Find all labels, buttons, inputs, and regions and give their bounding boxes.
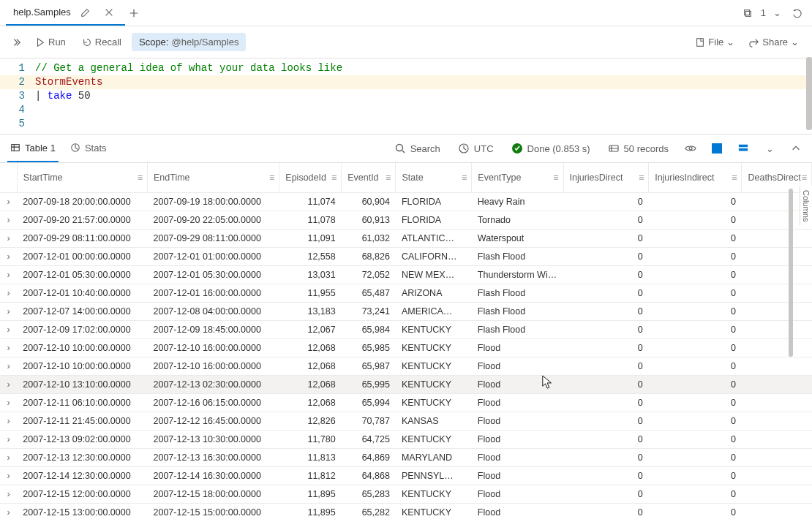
column-header[interactable]: EventId≡ [342,163,396,192]
chevron-down-icon[interactable]: ⌄ [770,7,784,18]
edit-icon[interactable] [77,4,94,21]
vertical-scrollbar[interactable] [789,189,794,408]
table-cell: Heavy Rain [472,192,563,211]
table-row[interactable]: ›2007-12-01 05:30:00.00002007-12-01 05:3… [0,265,812,284]
expand-row-icon[interactable]: › [7,306,10,317]
hamburger-icon[interactable]: ≡ [269,173,274,183]
undo-icon[interactable] [789,4,806,22]
table-row[interactable]: ›2007-09-20 21:57:00.00002007-09-20 22:0… [0,211,812,229]
run-button[interactable]: Run [29,34,72,50]
table-row[interactable]: ›2007-12-13 09:02:00.00002007-12-13 10:3… [0,430,812,448]
expand-row-icon[interactable]: › [7,471,10,481]
expand-row-icon[interactable]: › [7,507,10,518]
table-row[interactable]: ›2007-12-14 12:30:00.00002007-12-14 16:3… [0,466,812,485]
scope-pill[interactable]: Scope: @help/Samples [132,33,246,51]
hamburger-icon[interactable]: ≡ [553,173,558,183]
column-header[interactable]: StartTime≡ [17,163,147,192]
table-cell: 11,091 [279,229,342,247]
column-header[interactable]: InjuriesIndirect≡ [649,163,742,192]
collapse-icon[interactable] [787,140,805,157]
expand-row-icon[interactable]: › [7,233,10,243]
chevron-down-icon[interactable]: ⌄ [761,140,778,157]
table-cell [742,265,812,284]
utc-button[interactable]: UTC [454,143,498,154]
expand-row-icon[interactable]: › [7,379,10,390]
hamburger-icon[interactable]: ≡ [331,173,337,183]
expand-row-icon[interactable]: › [7,215,10,225]
table-row[interactable]: ›2007-12-10 10:00:00.00002007-12-10 16:0… [0,338,812,357]
add-tab-icon[interactable] [125,4,143,22]
table-row[interactable]: ›2007-09-29 08:11:00.00002007-09-29 08:1… [0,229,812,247]
table-row[interactable]: ›2007-12-10 13:10:00.00002007-12-13 02:3… [0,375,812,393]
tab-active[interactable]: help.Samples [6,0,125,26]
expand-row-icon[interactable]: › [7,270,10,280]
hamburger-icon[interactable]: ≡ [386,173,391,183]
table-row[interactable]: ›2007-12-01 00:00:00.00002007-12-01 01:0… [0,247,812,265]
code-editor[interactable]: 1// Get a general idea of what your data… [0,58,812,134]
tab-title: help.Samples [13,7,71,18]
table-row[interactable]: ›2007-12-09 17:02:00.00002007-12-09 18:4… [0,320,812,338]
layout-icon[interactable] [734,140,752,157]
search-button[interactable]: Search [390,143,445,154]
table-row[interactable]: ›2007-12-13 12:30:00.00002007-12-13 16:3… [0,448,812,466]
table-row[interactable]: ›2007-12-11 21:45:00.00002007-12-12 16:4… [0,412,812,430]
table-row[interactable]: ›2007-12-15 12:00:00.00002007-12-15 18:0… [0,485,812,503]
column-header[interactable]: InjuriesDirect≡ [563,163,649,192]
expand-row-icon[interactable]: › [7,434,10,444]
table-cell: 0 [649,247,742,265]
close-icon[interactable] [100,4,118,21]
column-header[interactable]: EndTime≡ [148,163,279,192]
color-mode-icon[interactable] [708,140,726,157]
hamburger-icon[interactable]: ≡ [639,173,644,183]
hamburger-icon[interactable]: ≡ [732,173,737,183]
table-cell: 12,558 [279,247,342,265]
eye-icon[interactable] [682,140,699,157]
hamburger-icon[interactable]: ≡ [462,173,467,183]
expand-row-icon[interactable]: › [7,452,10,463]
expand-row-icon[interactable]: › [7,197,10,207]
editor-line[interactable]: 3| take 50 [0,89,812,103]
hamburger-icon[interactable]: ≡ [138,173,143,183]
columns-panel-tab[interactable]: Columns [800,186,812,226]
editor-line[interactable]: 5 [0,117,812,131]
table-cell: 61,032 [342,229,396,247]
tab-table[interactable]: Table 1 [7,135,59,162]
expand-row-icon[interactable]: › [7,361,10,371]
expand-icon[interactable] [7,34,25,51]
hamburger-icon[interactable]: ≡ [802,173,807,183]
table-row[interactable]: ›2007-09-18 20:00:00.00002007-09-19 18:0… [0,192,812,211]
table-cell: 2007-12-11 06:10:00.0000 [17,393,147,412]
table-row[interactable]: ›2007-12-15 13:00:00.00002007-12-15 15:0… [0,503,812,519]
column-header[interactable]: EventType≡ [472,163,563,192]
editor-line[interactable]: 2StormEvents [0,75,812,89]
expand-row-icon[interactable]: › [7,398,10,408]
expand-row-icon[interactable]: › [7,416,10,426]
table-cell: 2007-09-29 08:11:00.0000 [148,229,279,247]
tab-stats[interactable]: Stats [67,135,110,162]
table-cell: 0 [563,357,649,375]
table-cell: MARYLAND [396,448,472,466]
column-header[interactable]: State≡ [396,163,472,192]
table-row[interactable]: ›2007-12-11 06:10:00.00002007-12-16 06:1… [0,393,812,412]
expand-row-icon[interactable]: › [7,343,10,353]
expand-row-icon[interactable]: › [7,489,10,499]
table-cell: 12,067 [279,320,342,338]
share-button[interactable]: Share ⌄ [743,34,805,50]
table-cell: 2007-12-13 16:30:00.0000 [148,448,279,466]
expand-row-icon[interactable]: › [7,325,10,335]
file-button[interactable]: File ⌄ [689,34,740,50]
copy-icon[interactable] [739,4,756,22]
table-cell: 0 [649,265,742,284]
minimap-scrollbar[interactable] [806,57,812,130]
expand-row-icon[interactable]: › [7,251,10,262]
editor-line[interactable]: 4 [0,103,812,117]
expand-row-icon[interactable]: › [7,288,10,298]
column-header[interactable]: EpisodeId≡ [279,163,342,192]
table-row[interactable]: ›2007-12-10 10:00:00.00002007-12-10 16:0… [0,357,812,375]
table-row[interactable]: ›2007-12-01 10:40:00.00002007-12-01 16:0… [0,284,812,302]
table-cell: 11,895 [279,503,342,519]
table-row[interactable]: ›2007-12-07 14:00:00.00002007-12-08 04:0… [0,302,812,320]
editor-line[interactable]: 1// Get a general idea of what your data… [0,61,812,75]
svg-rect-2 [697,38,704,46]
recall-button[interactable]: Recall [76,34,127,50]
